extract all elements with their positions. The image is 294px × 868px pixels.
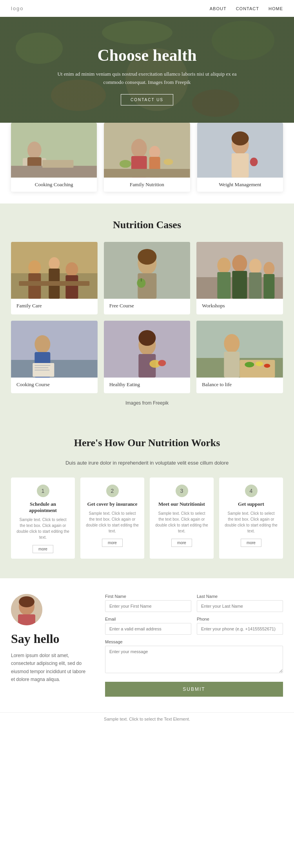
freepik-link: Images from Freepik: [11, 400, 283, 406]
svg-point-9: [27, 142, 42, 159]
nav-about[interactable]: ABOUT: [210, 6, 227, 11]
svg-point-47: [249, 259, 262, 274]
card-img-cooking-coaching: [11, 123, 97, 178]
step-4-more-button[interactable]: more: [241, 539, 261, 547]
family-care-svg: [11, 242, 98, 299]
nav-contact[interactable]: CONTACT: [236, 6, 259, 11]
step-2-num: 2: [106, 485, 119, 497]
nav-home[interactable]: HOME: [269, 6, 283, 11]
svg-point-25: [250, 158, 258, 166]
grid-label-free-course: Free Course: [104, 299, 191, 314]
svg-rect-33: [65, 275, 78, 299]
hero-content: Choose health Ut enim ad minim veniam qu…: [29, 46, 265, 106]
how-subtitle: Duis aute irure dolor in reprehenderit i…: [11, 460, 283, 466]
svg-point-16: [149, 146, 160, 158]
family-nutrition-svg: [104, 123, 190, 178]
contact-row: Email Phone: [105, 617, 283, 635]
svg-point-72: [264, 364, 270, 368]
cooking-coaching-svg: [11, 123, 97, 178]
footer-note: Sample text. Click to select the Text El…: [0, 712, 294, 725]
free-course-svg: [104, 242, 191, 299]
svg-rect-48: [249, 272, 262, 299]
first-name-input[interactable]: [105, 600, 191, 612]
hello-form: First Name Last Name Email Phone Message…: [105, 594, 283, 697]
svg-point-53: [34, 335, 50, 353]
nav-links: ABOUT CONTACT HOME: [210, 6, 283, 11]
svg-rect-44: [218, 272, 231, 299]
weight-management-svg: [197, 123, 283, 178]
svg-rect-50: [264, 274, 275, 299]
phone-input[interactable]: [197, 623, 283, 635]
logo: logo: [11, 5, 24, 11]
svg-point-30: [49, 257, 60, 270]
last-name-group: Last Name: [197, 594, 283, 612]
svg-point-38: [138, 249, 156, 265]
grid-label-cooking-course: Cooking Course: [11, 378, 98, 393]
grid-label-healthy-eating: Healthy Eating: [104, 378, 191, 393]
step-2-card: 2 Get cover by insurance Sample text. Cl…: [80, 478, 144, 559]
step-2-more-button[interactable]: more: [102, 539, 123, 547]
step-2-title: Get cover by insurance: [87, 501, 138, 507]
svg-point-70: [245, 362, 254, 367]
hero-freepik-link[interactable]: Freepik: [175, 79, 191, 85]
avatar-svg: [11, 594, 42, 625]
svg-point-43: [218, 258, 231, 273]
steps-grid: 1 Schedule an appointment Sample text. C…: [11, 478, 283, 559]
svg-rect-23: [231, 153, 249, 178]
svg-point-49: [264, 262, 275, 275]
svg-rect-29: [28, 273, 41, 299]
card-img-family-nutrition: [104, 123, 190, 178]
grid-card-balance-to-life: Balance to life: [196, 321, 283, 393]
step-4-text: Sample text. Click to select the text bo…: [225, 510, 278, 534]
navbar: logo ABOUT CONTACT HOME: [0, 0, 294, 17]
hello-left: Say hello Lorem ipsum dolor sit amet, co…: [11, 594, 89, 697]
email-input[interactable]: [105, 623, 191, 635]
phone-label: Phone: [197, 617, 283, 621]
step-1-more-button[interactable]: more: [33, 545, 53, 553]
grid-img-workshops: [196, 242, 283, 299]
step-1-title: Schedule an appointment: [16, 501, 69, 514]
last-name-input[interactable]: [197, 600, 283, 612]
top-cards-section: Cooking Coaching Family Nutrition: [0, 123, 294, 203]
svg-rect-18: [104, 169, 190, 178]
card-weight-management: Weight Management: [197, 123, 283, 192]
grid-img-balance-to-life: [196, 321, 283, 378]
step-3-card: 3 Meet our Nutritionist Sample text. Cli…: [150, 478, 214, 559]
workshops-svg: [196, 242, 283, 299]
grid-card-healthy-eating: Healthy Eating: [104, 321, 191, 393]
contact-us-button[interactable]: CONTACT US: [121, 94, 173, 105]
svg-point-76: [19, 596, 34, 607]
svg-rect-40: [141, 278, 142, 281]
card-family-nutrition: Family Nutrition: [104, 123, 190, 192]
grid-label-balance-to-life: Balance to life: [196, 378, 283, 393]
message-textarea[interactable]: [105, 646, 283, 673]
hero-description: Ut enim ad minim veniam quis nostrud exe…: [53, 70, 241, 87]
card-label-family-nutrition: Family Nutrition: [104, 178, 190, 192]
step-3-title: Meet our Nutritionist: [158, 501, 205, 507]
grid-card-cooking-course: Cooking Course: [11, 321, 98, 393]
hero-section: Choose health Ut enim ad minim veniam qu…: [0, 17, 294, 134]
step-3-num: 3: [176, 485, 188, 497]
balance-to-life-svg: [196, 321, 283, 378]
submit-button[interactable]: SUBMIT: [105, 682, 283, 697]
hello-section: Say hello Lorem ipsum dolor sit amet, co…: [0, 578, 294, 712]
step-3-more-button[interactable]: more: [171, 539, 192, 547]
step-4-card: 4 Get support Sample text. Click to sele…: [219, 478, 283, 559]
svg-point-71: [256, 361, 263, 366]
svg-rect-75: [18, 614, 35, 625]
svg-point-14: [131, 139, 147, 158]
svg-point-64: [158, 360, 166, 366]
svg-rect-58: [34, 370, 49, 370]
message-label: Message: [105, 639, 283, 644]
message-group: Message: [105, 639, 283, 673]
grid-img-free-course: [104, 242, 191, 299]
card-label-cooking-coaching: Cooking Coaching: [11, 178, 97, 192]
grid-card-workshops: Workshops: [196, 242, 283, 314]
how-section: Here's How Our Nutrition Works Duis aute…: [0, 421, 294, 578]
freepik-anchor[interactable]: Freepik: [153, 400, 169, 406]
step-1-num: 1: [37, 485, 49, 497]
svg-rect-34: [19, 281, 89, 286]
phone-group: Phone: [197, 617, 283, 635]
svg-point-67: [224, 334, 240, 353]
step-2-text: Sample text. Click to select the text bo…: [86, 510, 139, 534]
